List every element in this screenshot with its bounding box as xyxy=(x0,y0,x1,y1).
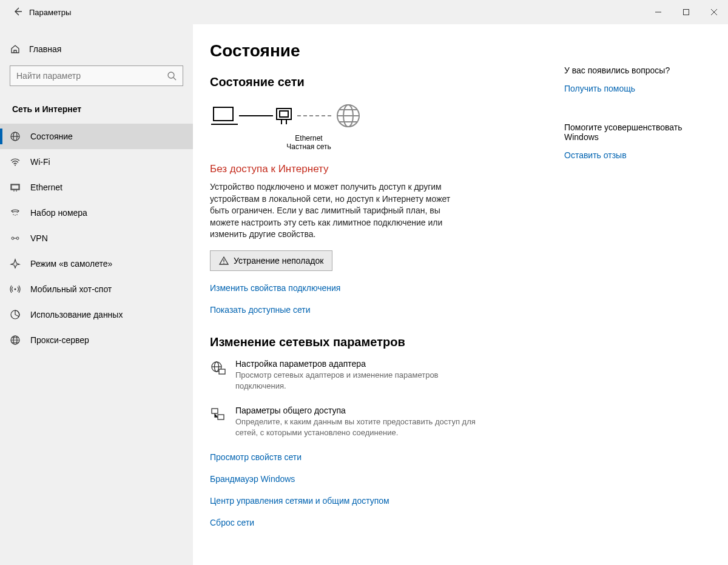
change-settings-heading: Изменение сетевых параметров xyxy=(210,335,546,349)
sharing-options[interactable]: Параметры общего доступа Определите, к к… xyxy=(210,406,546,438)
datausage-icon xyxy=(10,309,21,320)
get-help-link[interactable]: Получить помощь xyxy=(564,84,704,93)
sharing-options-icon xyxy=(210,407,226,423)
nav-item-vpn[interactable]: VPN xyxy=(0,226,193,251)
troubleshoot-label: Устранение неполадок xyxy=(234,256,323,266)
feedback-title: Помогите усовершенствовать Windows xyxy=(564,122,704,142)
warning-icon xyxy=(219,256,229,266)
show-networks-link[interactable]: Показать доступные сети xyxy=(210,305,546,315)
status-icon xyxy=(10,131,21,142)
adapter-options[interactable]: Настройка параметров адаптера Просмотр с… xyxy=(210,359,546,391)
nav-label: Ethernet xyxy=(30,182,62,192)
window-title: Параметры xyxy=(29,8,71,17)
svg-point-4 xyxy=(15,165,16,166)
feedback-link[interactable]: Оставить отзыв xyxy=(564,150,704,160)
back-arrow-icon xyxy=(12,6,23,17)
svg-rect-0 xyxy=(684,10,689,15)
nav-item-ethernet[interactable]: Ethernet xyxy=(0,175,193,200)
adapter-options-icon xyxy=(210,360,226,376)
minimize-icon xyxy=(655,9,661,15)
nav-label: Wi-Fi xyxy=(30,157,50,167)
nav-category: Сеть и Интернет xyxy=(0,98,193,124)
adapter-icon xyxy=(273,104,295,128)
ethernet-icon xyxy=(10,182,21,193)
close-button[interactable] xyxy=(700,0,728,24)
help-question-title: У вас появились вопросы? xyxy=(564,65,704,75)
sharing-options-desc: Определите, к каким данным вы хотите пре… xyxy=(235,416,478,438)
firewall-link[interactable]: Брандмауэр Windows xyxy=(210,474,546,484)
computer-icon xyxy=(210,104,239,128)
page-title: Состояние xyxy=(210,41,546,61)
svg-point-21 xyxy=(223,262,224,264)
nav-item-status[interactable]: Состояние xyxy=(0,124,193,149)
nav-label: Режим «в самолете» xyxy=(30,259,112,269)
nav-item-datausage[interactable]: Использование данных xyxy=(0,302,193,327)
nav-label: Использование данных xyxy=(30,310,123,319)
close-icon xyxy=(711,9,717,15)
svg-point-8 xyxy=(15,215,16,216)
troubleshoot-button[interactable]: Устранение неполадок xyxy=(210,250,332,271)
search-box[interactable] xyxy=(10,65,183,86)
globe-icon xyxy=(334,101,363,130)
search-icon xyxy=(167,71,177,81)
nav-item-dialup[interactable]: Набор номера xyxy=(0,200,193,226)
network-properties-link[interactable]: Просмотр свойств сети xyxy=(210,452,546,462)
search-input[interactable] xyxy=(16,71,167,81)
network-type-label: Частная сеть xyxy=(281,142,336,151)
svg-point-10 xyxy=(12,237,14,239)
nav-label: VPN xyxy=(30,233,48,243)
dialup-icon xyxy=(10,207,21,218)
adapter-options-desc: Просмотр сетевых адаптеров и изменение п… xyxy=(235,370,478,391)
wifi-icon xyxy=(10,156,21,167)
net-status-heading: Состояние сети xyxy=(210,75,546,89)
adapter-label: Ethernet xyxy=(281,134,336,142)
adapter-options-title: Настройка параметров адаптера xyxy=(235,359,478,369)
network-reset-link[interactable]: Сброс сети xyxy=(210,518,546,527)
nav-label: Набор номера xyxy=(30,208,87,218)
svg-rect-17 xyxy=(277,109,291,119)
svg-point-1 xyxy=(168,72,174,78)
svg-rect-16 xyxy=(214,107,233,121)
airplane-icon xyxy=(10,258,21,269)
svg-rect-6 xyxy=(12,185,19,189)
back-button[interactable] xyxy=(0,6,29,19)
status-title: Без доступа к Интернету xyxy=(210,163,546,175)
diagram-labels: Ethernet Частная сеть xyxy=(281,134,336,151)
network-diagram xyxy=(210,101,546,130)
nav-item-wifi[interactable]: Wi-Fi xyxy=(0,149,193,175)
home-label: Главная xyxy=(29,44,61,54)
nav-label: Состояние xyxy=(30,132,73,141)
network-center-link[interactable]: Центр управления сетями и общим доступом xyxy=(210,496,546,506)
svg-rect-26 xyxy=(218,415,224,420)
maximize-button[interactable] xyxy=(672,0,700,24)
sidebar: Главная Сеть и Интернет Состояние Wi-Fi … xyxy=(0,24,193,565)
home-link[interactable]: Главная xyxy=(0,36,193,62)
svg-point-12 xyxy=(15,289,16,290)
svg-point-7 xyxy=(13,214,14,215)
nav-item-airplane[interactable]: Режим «в самолете» xyxy=(0,251,193,276)
svg-point-11 xyxy=(16,237,19,239)
vpn-icon xyxy=(10,233,21,244)
svg-rect-18 xyxy=(280,111,288,117)
svg-rect-24 xyxy=(219,369,225,374)
minimize-button[interactable] xyxy=(644,0,672,24)
nav-item-proxy[interactable]: Прокси-сервер xyxy=(0,327,193,353)
nav-label: Прокси-сервер xyxy=(30,335,89,345)
nav-label: Мобильный хот-спот xyxy=(30,284,112,294)
sharing-options-title: Параметры общего доступа xyxy=(235,406,478,415)
nav-item-hotspot[interactable]: Мобильный хот-спот xyxy=(0,276,193,302)
proxy-icon xyxy=(10,335,21,346)
change-connection-props-link[interactable]: Изменить свойства подключения xyxy=(210,283,546,293)
maximize-icon xyxy=(683,9,689,15)
hotspot-icon xyxy=(10,284,21,295)
home-icon xyxy=(10,44,21,55)
status-description: Устройство подключено и может получить д… xyxy=(210,181,453,241)
svg-rect-25 xyxy=(212,409,218,413)
svg-point-9 xyxy=(16,214,18,215)
